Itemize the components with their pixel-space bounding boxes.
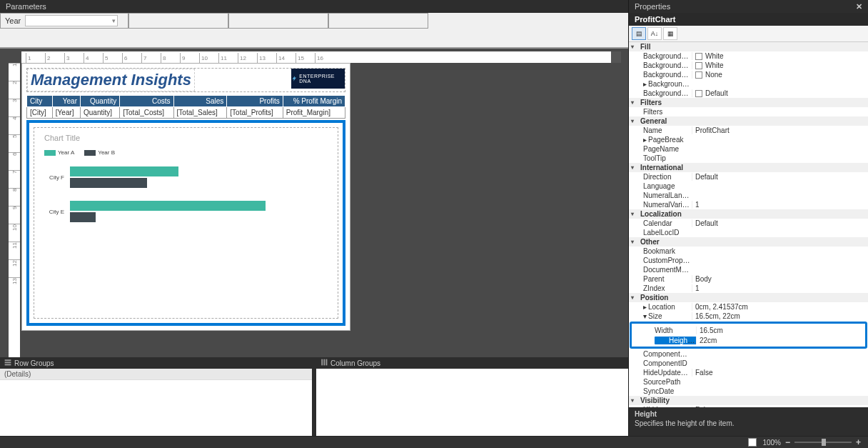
report-title[interactable]: Management Insights: [27, 69, 195, 91]
prop-name[interactable]: NameProfitChart: [629, 126, 868, 135]
prop-hideupdate[interactable]: HideUpdateNotificationFalse: [629, 368, 868, 377]
ruler-tick: 4: [9, 116, 20, 134]
col-year[interactable]: Year: [52, 96, 80, 107]
profit-chart[interactable]: Chart Title Year A Year B City F: [26, 120, 345, 326]
properties-toolbar: ▤ A↓ ▦: [629, 26, 868, 42]
page-icon[interactable]: [748, 438, 757, 447]
field-quantity[interactable]: Quantity]: [81, 107, 120, 119]
categorized-button[interactable]: ▤: [632, 27, 646, 40]
col-profits[interactable]: Profits: [227, 96, 283, 107]
cat-fill[interactable]: ▾Fill: [629, 42, 868, 51]
desc-text: Specifies the height of the item.: [635, 419, 862, 427]
prop-compdesc[interactable]: ComponentDescription: [629, 349, 868, 359]
svg-rect-0: [5, 359, 11, 361]
col-margin[interactable]: % Profit Margin: [283, 96, 345, 107]
prop-numlang[interactable]: NumeralLanguage: [629, 191, 868, 200]
cat-other[interactable]: ▾Other: [629, 237, 868, 247]
col-city[interactable]: City: [27, 96, 53, 107]
ruler-vertical[interactable]: 1 2 3 4 5 6 7 8 9 10 11 12 13: [9, 63, 20, 357]
ruler-tick: 8: [9, 188, 20, 206]
cat-position[interactable]: ▾Position: [629, 293, 868, 302]
data-table[interactable]: City Year Quantity Costs Sales Profits %…: [26, 95, 345, 119]
report-header[interactable]: Management Insights ENTERPRISE DNA: [26, 68, 345, 92]
field-profits[interactable]: [Total_Profits]: [227, 107, 283, 119]
zoom-in-button[interactable]: +: [856, 437, 861, 447]
zoom-value: 100%: [762, 439, 781, 447]
zoom-out-button[interactable]: −: [785, 437, 790, 447]
prop-location[interactable]: ▸Location0cm, 2.41537cm: [629, 302, 868, 312]
prop-bookmark[interactable]: Bookmark: [629, 247, 868, 256]
property-pages-button[interactable]: ▦: [663, 27, 677, 40]
param-year-cell[interactable]: Year ▾: [0, 13, 128, 29]
field-sales[interactable]: [Total_Sales]: [173, 107, 227, 119]
prop-hidden[interactable]: HiddenFalse: [629, 405, 868, 407]
ruler-tick: 7: [141, 53, 159, 63]
cat-general[interactable]: ▾General: [629, 116, 868, 126]
prop-labelloc[interactable]: LabelLocID: [629, 228, 868, 237]
size-highlight-box: Width16.5cm Height22cm: [630, 322, 867, 349]
prop-filters[interactable]: Filters: [629, 107, 868, 116]
field-year[interactable]: [Year]: [52, 107, 80, 119]
prop-size[interactable]: ▾Size16.5cm, 22cm: [629, 312, 868, 321]
field-city[interactable]: [City]: [27, 107, 53, 119]
cat-filters[interactable]: ▾Filters: [629, 98, 868, 107]
cat-intl[interactable]: ▾International: [629, 163, 868, 172]
prop-zindex[interactable]: ZIndex1: [629, 284, 868, 293]
param-year-label: Year: [5, 16, 21, 25]
ruler-tick: 9: [9, 206, 20, 224]
bar-label-f: City F: [44, 166, 70, 189]
prop-numvar[interactable]: NumeralVariant1: [629, 200, 868, 209]
design-surface: 1 2 3 4 5 6 7 8 9 10 11 12 13 14 15 16 1: [0, 49, 628, 357]
prop-height[interactable]: Height22cm: [633, 335, 864, 345]
ruler-tick: 11: [218, 53, 236, 63]
col-costs[interactable]: Costs: [120, 96, 173, 107]
col-sales[interactable]: Sales: [173, 96, 227, 107]
properties-grid[interactable]: ▾Fill BackgroundColorWhite BackgroundGra…: [629, 42, 868, 407]
field-costs[interactable]: [Total_Costs]: [120, 107, 173, 119]
prop-language[interactable]: Language: [629, 181, 868, 191]
prop-docmap[interactable]: DocumentMapLabel: [629, 265, 868, 274]
param-empty-1[interactable]: [128, 13, 228, 29]
param-empty-3[interactable]: [328, 13, 428, 29]
prop-bgcolor[interactable]: BackgroundColorWhite: [629, 51, 868, 61]
ruler-horizontal[interactable]: 1 2 3 4 5 6 7 8 9 10 11 12 13 14 15 16: [21, 51, 621, 63]
chevron-down-icon: ▾: [112, 17, 116, 24]
prop-sourcepath[interactable]: SourcePath: [629, 377, 868, 387]
ruler-tick: 3: [9, 99, 20, 116]
logo-text: ENTERPRISE DNA: [299, 74, 345, 84]
ruler-tick: 9: [180, 53, 198, 63]
param-year-dropdown[interactable]: ▾: [25, 15, 118, 26]
chart-title[interactable]: Chart Title: [44, 134, 335, 142]
prop-tooltip[interactable]: ToolTip: [629, 154, 868, 163]
bar-label-e: City E: [44, 200, 70, 223]
cat-visibility[interactable]: ▾Visibility: [629, 396, 868, 405]
prop-parent[interactable]: ParentBody: [629, 274, 868, 284]
prop-pagebreak[interactable]: ▸PageBreak: [629, 135, 868, 144]
chart-bars: City F City E: [37, 166, 335, 239]
prop-calendar[interactable]: CalendarDefault: [629, 219, 868, 228]
prop-customprops[interactable]: CustomProperties: [629, 256, 868, 265]
param-empty-2[interactable]: [228, 13, 328, 29]
cat-local[interactable]: ▾Localization: [629, 209, 868, 219]
zoom-thumb[interactable]: [822, 439, 826, 446]
prop-bgpattern[interactable]: BackgroundHatchTypeDefault: [629, 89, 868, 98]
col-quantity[interactable]: Quantity: [81, 96, 120, 107]
prop-bggrad1[interactable]: BackgroundGradientEndColorWhite: [629, 61, 868, 70]
bar-e-b: [70, 212, 96, 222]
prop-bggrad2[interactable]: BackgroundGradientTypeNone: [629, 70, 868, 79]
prop-direction[interactable]: DirectionDefault: [629, 172, 868, 181]
field-margin[interactable]: Profit_Margin]: [283, 107, 345, 119]
column-groups-header: Column Groups: [316, 357, 628, 369]
properties-object: ProfitChart: [629, 13, 868, 26]
close-icon[interactable]: ✕: [856, 2, 862, 11]
logo-badge[interactable]: ENTERPRISE DNA: [291, 69, 345, 89]
details-group[interactable]: (Details): [0, 369, 312, 380]
zoom-slider[interactable]: [794, 442, 852, 443]
prop-pagename[interactable]: PageName: [629, 144, 868, 154]
report-canvas[interactable]: Management Insights ENTERPRISE DNA City …: [21, 63, 350, 331]
alphabetical-button[interactable]: A↓: [647, 27, 662, 40]
prop-bgimage[interactable]: ▸BackgroundImage: [629, 79, 868, 89]
prop-syncdate[interactable]: SyncDate: [629, 387, 868, 396]
prop-width[interactable]: Width16.5cm: [633, 325, 864, 335]
prop-compid[interactable]: ComponentID: [629, 359, 868, 368]
